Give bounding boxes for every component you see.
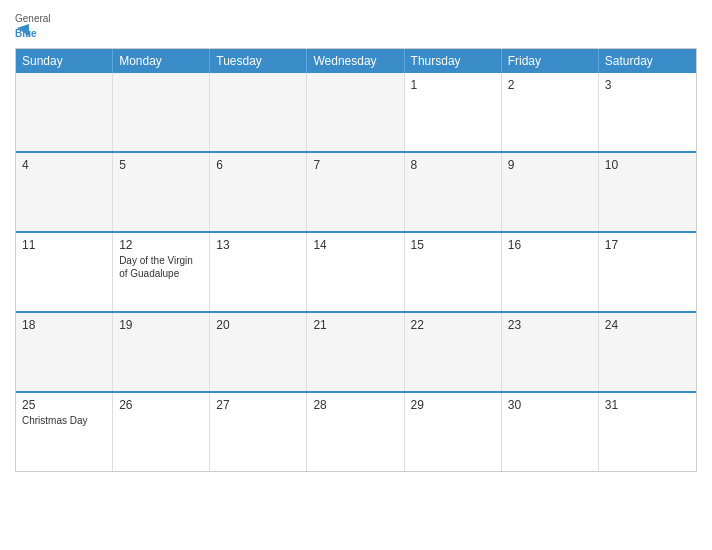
day-number: 14	[313, 238, 397, 252]
cal-cell-4-6: 31	[599, 393, 696, 471]
logo: General Blue	[15, 10, 65, 40]
day-number: 2	[508, 78, 592, 92]
week-row-1: 123	[16, 73, 696, 153]
day-number: 12	[119, 238, 203, 252]
cal-cell-4-4: 29	[405, 393, 502, 471]
day-number: 9	[508, 158, 592, 172]
day-number: 10	[605, 158, 690, 172]
cal-cell-2-4: 15	[405, 233, 502, 311]
header-cell-wednesday: Wednesday	[307, 49, 404, 73]
day-number: 13	[216, 238, 300, 252]
day-number: 20	[216, 318, 300, 332]
calendar: SundayMondayTuesdayWednesdayThursdayFrid…	[15, 48, 697, 472]
cal-cell-0-4: 1	[405, 73, 502, 151]
cal-cell-2-5: 16	[502, 233, 599, 311]
holiday-event: Christmas Day	[22, 414, 106, 427]
header-cell-saturday: Saturday	[599, 49, 696, 73]
day-number: 26	[119, 398, 203, 412]
week-row-3: 1112Day of the Virgin of Guadalupe131415…	[16, 233, 696, 313]
calendar-header-row: SundayMondayTuesdayWednesdayThursdayFrid…	[16, 49, 696, 73]
cal-cell-2-3: 14	[307, 233, 404, 311]
cal-cell-3-6: 24	[599, 313, 696, 391]
cal-cell-4-5: 30	[502, 393, 599, 471]
day-number: 5	[119, 158, 203, 172]
header-cell-thursday: Thursday	[405, 49, 502, 73]
day-number: 15	[411, 238, 495, 252]
cal-cell-4-0: 25Christmas Day	[16, 393, 113, 471]
header-cell-friday: Friday	[502, 49, 599, 73]
header: General Blue	[15, 10, 697, 40]
cal-cell-3-3: 21	[307, 313, 404, 391]
cal-cell-0-3	[307, 73, 404, 151]
cal-cell-4-2: 27	[210, 393, 307, 471]
cal-cell-0-0	[16, 73, 113, 151]
header-cell-monday: Monday	[113, 49, 210, 73]
page: General Blue SundayMondayTuesdayWednesda…	[0, 0, 712, 550]
day-number: 28	[313, 398, 397, 412]
cal-cell-3-4: 22	[405, 313, 502, 391]
cal-cell-3-2: 20	[210, 313, 307, 391]
calendar-body: 123456789101112Day of the Virgin of Guad…	[16, 73, 696, 471]
day-number: 19	[119, 318, 203, 332]
cal-cell-2-6: 17	[599, 233, 696, 311]
day-number: 7	[313, 158, 397, 172]
cal-cell-4-3: 28	[307, 393, 404, 471]
day-number: 29	[411, 398, 495, 412]
svg-text:General: General	[15, 13, 51, 24]
day-number: 17	[605, 238, 690, 252]
cal-cell-0-6: 3	[599, 73, 696, 151]
week-row-4: 18192021222324	[16, 313, 696, 393]
cal-cell-2-2: 13	[210, 233, 307, 311]
day-number: 18	[22, 318, 106, 332]
cal-cell-3-1: 19	[113, 313, 210, 391]
svg-text:Blue: Blue	[15, 28, 37, 39]
cal-cell-0-1	[113, 73, 210, 151]
day-number: 24	[605, 318, 690, 332]
cal-cell-2-1: 12Day of the Virgin of Guadalupe	[113, 233, 210, 311]
day-number: 21	[313, 318, 397, 332]
day-number: 30	[508, 398, 592, 412]
cal-cell-3-0: 18	[16, 313, 113, 391]
day-number: 16	[508, 238, 592, 252]
day-number: 25	[22, 398, 106, 412]
day-number: 31	[605, 398, 690, 412]
cal-cell-1-1: 5	[113, 153, 210, 231]
cal-cell-1-4: 8	[405, 153, 502, 231]
cal-cell-1-3: 7	[307, 153, 404, 231]
header-cell-sunday: Sunday	[16, 49, 113, 73]
cal-cell-0-5: 2	[502, 73, 599, 151]
holiday-event: Day of the Virgin of Guadalupe	[119, 254, 203, 280]
header-cell-tuesday: Tuesday	[210, 49, 307, 73]
day-number: 3	[605, 78, 690, 92]
day-number: 27	[216, 398, 300, 412]
day-number: 1	[411, 78, 495, 92]
cal-cell-1-6: 10	[599, 153, 696, 231]
week-row-5: 25Christmas Day262728293031	[16, 393, 696, 471]
cal-cell-2-0: 11	[16, 233, 113, 311]
cal-cell-0-2	[210, 73, 307, 151]
day-number: 23	[508, 318, 592, 332]
cal-cell-1-2: 6	[210, 153, 307, 231]
cal-cell-3-5: 23	[502, 313, 599, 391]
day-number: 11	[22, 238, 106, 252]
week-row-2: 45678910	[16, 153, 696, 233]
general-blue-logo-icon: General Blue	[15, 10, 65, 40]
day-number: 4	[22, 158, 106, 172]
day-number: 22	[411, 318, 495, 332]
day-number: 8	[411, 158, 495, 172]
day-number: 6	[216, 158, 300, 172]
cal-cell-4-1: 26	[113, 393, 210, 471]
cal-cell-1-0: 4	[16, 153, 113, 231]
cal-cell-1-5: 9	[502, 153, 599, 231]
